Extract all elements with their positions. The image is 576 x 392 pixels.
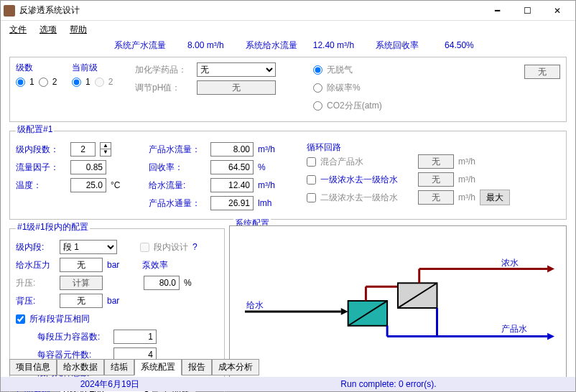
status-message: Run complete: 0 error(s). bbox=[210, 379, 567, 389]
temp-unit: °C bbox=[111, 180, 120, 190]
samebp-label: 所有段背压相同 bbox=[29, 313, 90, 325]
sys-feedflow-value: 12.40 m³/h bbox=[313, 40, 354, 50]
ph-input[interactable] bbox=[197, 80, 276, 95]
permflow-input[interactable] bbox=[210, 142, 254, 157]
deco2-radio[interactable] bbox=[313, 83, 322, 93]
flux-unit: lmh bbox=[258, 198, 271, 208]
passes-1-label: 1 bbox=[29, 77, 34, 87]
svg-marker-14 bbox=[547, 333, 554, 340]
permflow-unit: m³/h bbox=[258, 144, 275, 154]
current-2-radio[interactable] bbox=[95, 78, 104, 87]
degas-label: 无脱气 bbox=[327, 64, 353, 76]
stagecfg-legend: #1级#1段内的配置 bbox=[16, 221, 90, 233]
system-diagram: 给水 浓水 产品水 bbox=[229, 225, 567, 383]
passes-2-label: 2 bbox=[52, 77, 57, 87]
feedp-label: 给水压力 bbox=[16, 259, 55, 271]
help-icon[interactable]: ? bbox=[192, 242, 198, 252]
stage-label: 级内段: bbox=[16, 241, 55, 253]
status-date: 2024年6月19日 bbox=[9, 378, 210, 391]
flux-label: 产品水通量： bbox=[149, 197, 206, 210]
pv-input[interactable] bbox=[113, 330, 157, 344]
window-title: 反渗透系统设计 bbox=[19, 4, 482, 17]
conc1-unit: m³/h bbox=[458, 174, 475, 185]
maximize-button[interactable]: ☐ bbox=[512, 1, 542, 21]
stages-input[interactable] bbox=[70, 142, 96, 157]
tab-scaling[interactable]: 结垢 bbox=[104, 359, 134, 375]
blend-cb[interactable] bbox=[307, 157, 316, 167]
diagram-conc-label: 浓水 bbox=[501, 258, 519, 268]
max-button[interactable]: 最大 bbox=[480, 190, 510, 205]
flowfactor-input[interactable] bbox=[70, 160, 106, 174]
co2p-radio[interactable] bbox=[313, 101, 322, 111]
design-cb[interactable] bbox=[140, 243, 149, 252]
permflow-label: 产品水流量： bbox=[149, 144, 206, 156]
current-1-radio[interactable] bbox=[72, 78, 81, 87]
current-1-label: 1 bbox=[85, 77, 90, 87]
recirc-label: 循环回路 bbox=[307, 141, 560, 154]
tab-report[interactable]: 报告 bbox=[182, 359, 212, 375]
tab-project[interactable]: 项目信息 bbox=[9, 359, 57, 375]
menu-options[interactable]: 选项 bbox=[40, 24, 57, 36]
passes-count-label: 级数 bbox=[16, 62, 59, 74]
close-button[interactable]: ✕ bbox=[542, 1, 572, 21]
diagram-perm-label: 产品水 bbox=[501, 324, 527, 334]
svg-marker-10 bbox=[547, 266, 554, 273]
blend-input[interactable] bbox=[418, 154, 454, 169]
pv-label: 每段压力容器数: bbox=[16, 331, 109, 343]
feedp-input[interactable] bbox=[60, 258, 103, 272]
tab-feed[interactable]: 给水数据 bbox=[57, 359, 104, 375]
diagram-feed-label: 给水 bbox=[246, 300, 264, 310]
boost-input[interactable] bbox=[60, 276, 103, 290]
feedp-unit: bar bbox=[107, 260, 119, 270]
degas-value[interactable] bbox=[524, 65, 560, 79]
tab-system[interactable]: 系统配置 bbox=[134, 359, 182, 375]
feedflow-label: 给水流量: bbox=[149, 179, 206, 192]
minimize-button[interactable]: ━ bbox=[482, 1, 512, 21]
stages-down-icon[interactable]: ▼ bbox=[101, 149, 111, 156]
sys-recovery-value: 64.50% bbox=[445, 40, 474, 50]
chem-label: 加化学药品： bbox=[135, 64, 192, 76]
svg-marker-1 bbox=[341, 308, 348, 315]
conc2-cb[interactable] bbox=[307, 193, 316, 202]
feedflow-input[interactable] bbox=[210, 178, 254, 192]
blend-unit: m³/h bbox=[458, 157, 475, 167]
current-pass-label: 当前级 bbox=[72, 62, 122, 74]
passcfg-legend: 级配置#1 bbox=[16, 123, 54, 136]
passes-2-radio[interactable] bbox=[39, 78, 48, 87]
boost-label: 升压: bbox=[16, 277, 55, 289]
temp-label: 温度： bbox=[16, 179, 66, 192]
recovery-input[interactable] bbox=[210, 160, 254, 174]
degas-radio[interactable] bbox=[313, 65, 322, 75]
conc2-unit: m³/h bbox=[458, 192, 475, 202]
deco2-label: 除碳率% bbox=[327, 82, 361, 94]
boost-pct-input[interactable] bbox=[144, 276, 180, 290]
sys-permflow-value: 8.00 m³/h bbox=[187, 40, 224, 50]
temp-input[interactable] bbox=[70, 178, 106, 192]
recovery-unit: % bbox=[258, 162, 266, 172]
recovery-label: 回收率： bbox=[149, 162, 206, 174]
menu-help[interactable]: 帮助 bbox=[70, 24, 87, 36]
conc2-label: 二级浓水去一级给水 bbox=[320, 192, 414, 204]
boost-pct-unit: % bbox=[184, 278, 192, 288]
conc2-input[interactable] bbox=[418, 190, 454, 205]
blend-label: 混合产品水 bbox=[320, 156, 414, 168]
flux-input[interactable] bbox=[210, 196, 254, 210]
design-label: 段内设计 bbox=[154, 241, 188, 253]
co2p-label: CO2分压(atm) bbox=[327, 100, 382, 112]
current-2-label: 2 bbox=[108, 77, 113, 87]
stage-select[interactable]: 段 1 bbox=[60, 240, 117, 254]
stages-label: 级内段数： bbox=[16, 144, 66, 156]
tab-cost[interactable]: 成本分析 bbox=[212, 359, 259, 375]
ph-label: 调节pH值： bbox=[135, 82, 192, 94]
app-icon bbox=[4, 5, 15, 17]
sys-permflow-label: 系统产水流量 bbox=[114, 39, 166, 52]
conc1-input[interactable] bbox=[418, 172, 454, 187]
feedflow-unit: m³/h bbox=[258, 180, 275, 190]
backp-input[interactable] bbox=[60, 294, 103, 308]
conc1-cb[interactable] bbox=[307, 175, 316, 185]
conc1-label: 一级浓水去一级给水 bbox=[320, 174, 414, 186]
menu-file[interactable]: 文件 bbox=[9, 24, 27, 36]
samebp-cb[interactable] bbox=[16, 314, 25, 324]
passes-1-radio[interactable] bbox=[16, 78, 25, 87]
chem-select[interactable]: 无 bbox=[197, 62, 276, 77]
